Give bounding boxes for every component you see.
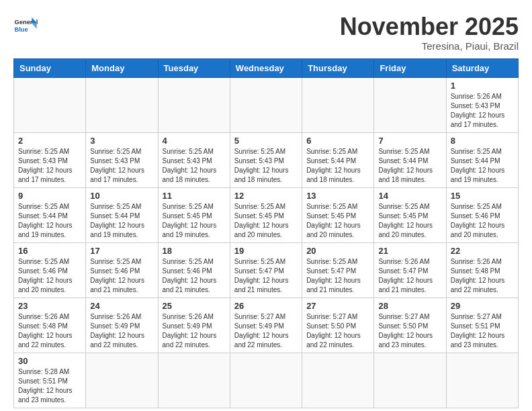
calendar-cell — [446, 353, 518, 408]
calendar-cell — [230, 77, 302, 132]
calendar-cell: 19Sunrise: 5:25 AM Sunset: 5:47 PM Dayli… — [230, 242, 302, 298]
weekday-header-saturday: Saturday — [446, 58, 518, 77]
calendar-cell: 29Sunrise: 5:27 AM Sunset: 5:51 PM Dayli… — [446, 298, 518, 353]
day-number: 29 — [451, 301, 514, 311]
calendar-cell: 12Sunrise: 5:25 AM Sunset: 5:45 PM Dayli… — [230, 187, 302, 242]
day-number: 21 — [378, 246, 441, 256]
day-info: Sunrise: 5:25 AM Sunset: 5:46 PM Dayligh… — [90, 257, 153, 295]
day-info: Sunrise: 5:25 AM Sunset: 5:47 PM Dayligh… — [234, 257, 298, 295]
calendar-cell: 28Sunrise: 5:27 AM Sunset: 5:50 PM Dayli… — [374, 298, 446, 353]
calendar-cell: 5Sunrise: 5:25 AM Sunset: 5:43 PM Daylig… — [230, 132, 302, 187]
day-info: Sunrise: 5:25 AM Sunset: 5:44 PM Dayligh… — [306, 147, 369, 185]
day-info: Sunrise: 5:26 AM Sunset: 5:47 PM Dayligh… — [378, 257, 441, 295]
calendar-cell — [230, 353, 302, 408]
week-row-1: 1Sunrise: 5:26 AM Sunset: 5:43 PM Daylig… — [14, 77, 519, 132]
weekday-header-monday: Monday — [86, 58, 158, 77]
calendar-cell: 23Sunrise: 5:26 AM Sunset: 5:48 PM Dayli… — [14, 298, 86, 353]
calendar-cell — [86, 353, 158, 408]
svg-marker-3 — [32, 23, 36, 29]
day-number: 25 — [163, 301, 226, 311]
calendar-cell — [14, 77, 86, 132]
day-info: Sunrise: 5:25 AM Sunset: 5:43 PM Dayligh… — [163, 147, 226, 185]
calendar-cell: 3Sunrise: 5:25 AM Sunset: 5:43 PM Daylig… — [86, 132, 158, 187]
day-number: 23 — [18, 301, 81, 311]
calendar-cell — [374, 77, 446, 132]
weekday-header-sunday: Sunday — [14, 58, 86, 77]
svg-text:Blue: Blue — [14, 26, 28, 33]
day-number: 4 — [163, 136, 226, 146]
calendar-cell: 14Sunrise: 5:25 AM Sunset: 5:45 PM Dayli… — [374, 187, 446, 242]
day-number: 5 — [234, 136, 298, 146]
week-row-2: 2Sunrise: 5:25 AM Sunset: 5:43 PM Daylig… — [14, 132, 519, 187]
calendar-cell: 8Sunrise: 5:25 AM Sunset: 5:44 PM Daylig… — [446, 132, 518, 187]
day-info: Sunrise: 5:25 AM Sunset: 5:43 PM Dayligh… — [90, 147, 153, 185]
day-number: 13 — [306, 191, 369, 201]
day-info: Sunrise: 5:26 AM Sunset: 5:49 PM Dayligh… — [90, 312, 153, 350]
calendar-cell — [302, 77, 374, 132]
calendar-cell: 11Sunrise: 5:25 AM Sunset: 5:45 PM Dayli… — [158, 187, 230, 242]
day-number: 1 — [451, 81, 514, 91]
day-number: 30 — [18, 356, 81, 366]
title-area: November 2025 Teresina, Piaui, Brazil — [340, 13, 519, 52]
calendar-cell: 21Sunrise: 5:26 AM Sunset: 5:47 PM Dayli… — [374, 242, 446, 298]
day-number: 17 — [90, 246, 153, 256]
calendar: SundayMondayTuesdayWednesdayThursdayFrid… — [13, 58, 519, 408]
calendar-cell: 15Sunrise: 5:25 AM Sunset: 5:46 PM Dayli… — [446, 187, 518, 242]
day-number: 8 — [451, 136, 514, 146]
day-info: Sunrise: 5:25 AM Sunset: 5:45 PM Dayligh… — [234, 202, 298, 240]
day-info: Sunrise: 5:27 AM Sunset: 5:50 PM Dayligh… — [378, 312, 441, 350]
weekday-header-friday: Friday — [374, 58, 446, 77]
day-info: Sunrise: 5:26 AM Sunset: 5:49 PM Dayligh… — [163, 312, 226, 350]
calendar-cell: 30Sunrise: 5:28 AM Sunset: 5:51 PM Dayli… — [14, 353, 86, 408]
month-title: November 2025 — [340, 13, 519, 40]
day-info: Sunrise: 5:26 AM Sunset: 5:43 PM Dayligh… — [451, 92, 514, 130]
calendar-cell: 16Sunrise: 5:25 AM Sunset: 5:46 PM Dayli… — [14, 242, 86, 298]
day-number: 9 — [18, 191, 81, 201]
calendar-cell — [158, 353, 230, 408]
day-info: Sunrise: 5:28 AM Sunset: 5:51 PM Dayligh… — [18, 367, 81, 405]
day-info: Sunrise: 5:25 AM Sunset: 5:44 PM Dayligh… — [378, 147, 441, 185]
day-number: 16 — [18, 246, 81, 256]
calendar-cell: 27Sunrise: 5:27 AM Sunset: 5:50 PM Dayli… — [302, 298, 374, 353]
calendar-cell: 25Sunrise: 5:26 AM Sunset: 5:49 PM Dayli… — [158, 298, 230, 353]
weekday-header-thursday: Thursday — [302, 58, 374, 77]
calendar-cell: 7Sunrise: 5:25 AM Sunset: 5:44 PM Daylig… — [374, 132, 446, 187]
weekday-header-wednesday: Wednesday — [230, 58, 302, 77]
calendar-cell — [158, 77, 230, 132]
calendar-cell: 4Sunrise: 5:25 AM Sunset: 5:43 PM Daylig… — [158, 132, 230, 187]
week-row-5: 23Sunrise: 5:26 AM Sunset: 5:48 PM Dayli… — [14, 298, 519, 353]
day-number: 28 — [378, 301, 441, 311]
logo-icon: General Blue — [13, 13, 38, 38]
day-info: Sunrise: 5:27 AM Sunset: 5:49 PM Dayligh… — [234, 312, 298, 350]
day-number: 18 — [163, 246, 226, 256]
week-row-3: 9Sunrise: 5:25 AM Sunset: 5:44 PM Daylig… — [14, 187, 519, 242]
calendar-cell: 18Sunrise: 5:25 AM Sunset: 5:46 PM Dayli… — [158, 242, 230, 298]
day-number: 12 — [234, 191, 298, 201]
day-info: Sunrise: 5:26 AM Sunset: 5:48 PM Dayligh… — [451, 257, 514, 295]
header: General Blue November 2025 Teresina, Pia… — [13, 13, 519, 52]
calendar-cell — [86, 77, 158, 132]
day-number: 2 — [18, 136, 81, 146]
calendar-cell: 20Sunrise: 5:25 AM Sunset: 5:47 PM Dayli… — [302, 242, 374, 298]
day-number: 10 — [90, 191, 153, 201]
day-info: Sunrise: 5:25 AM Sunset: 5:43 PM Dayligh… — [18, 147, 81, 185]
calendar-cell — [374, 353, 446, 408]
calendar-cell: 6Sunrise: 5:25 AM Sunset: 5:44 PM Daylig… — [302, 132, 374, 187]
day-info: Sunrise: 5:25 AM Sunset: 5:44 PM Dayligh… — [451, 147, 514, 185]
location: Teresina, Piaui, Brazil — [340, 40, 519, 52]
day-info: Sunrise: 5:25 AM Sunset: 5:44 PM Dayligh… — [90, 202, 153, 240]
day-info: Sunrise: 5:25 AM Sunset: 5:46 PM Dayligh… — [163, 257, 226, 295]
day-number: 26 — [234, 301, 298, 311]
logo: General Blue — [13, 13, 38, 38]
day-info: Sunrise: 5:25 AM Sunset: 5:43 PM Dayligh… — [234, 147, 298, 185]
day-info: Sunrise: 5:25 AM Sunset: 5:45 PM Dayligh… — [306, 202, 369, 240]
day-number: 27 — [306, 301, 369, 311]
day-info: Sunrise: 5:25 AM Sunset: 5:44 PM Dayligh… — [18, 202, 81, 240]
calendar-cell: 13Sunrise: 5:25 AM Sunset: 5:45 PM Dayli… — [302, 187, 374, 242]
day-info: Sunrise: 5:25 AM Sunset: 5:46 PM Dayligh… — [18, 257, 81, 295]
calendar-cell: 17Sunrise: 5:25 AM Sunset: 5:46 PM Dayli… — [86, 242, 158, 298]
calendar-cell: 22Sunrise: 5:26 AM Sunset: 5:48 PM Dayli… — [446, 242, 518, 298]
calendar-cell: 10Sunrise: 5:25 AM Sunset: 5:44 PM Dayli… — [86, 187, 158, 242]
day-number: 3 — [90, 136, 153, 146]
day-number: 20 — [306, 246, 369, 256]
